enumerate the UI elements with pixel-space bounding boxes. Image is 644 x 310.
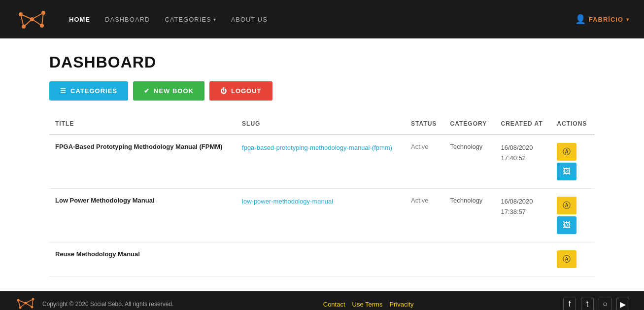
row3-created bbox=[495, 242, 551, 276]
categories-button[interactable]: ☰ CATEGORIES bbox=[49, 81, 128, 101]
footer: Copyright © 2020 Social Sebo. All rights… bbox=[0, 291, 644, 310]
edit-button-2[interactable]: Ⓐ bbox=[557, 197, 576, 214]
row1-status: Active bbox=[405, 135, 444, 189]
nav-about[interactable]: ABOUT US bbox=[231, 16, 268, 23]
footer-left: Copyright © 2020 Social Sebo. All rights… bbox=[15, 296, 173, 310]
row2-status: Active bbox=[405, 189, 444, 242]
table-row: Low Power Methodology Manual low-power-m… bbox=[49, 189, 595, 242]
user-menu[interactable]: FABRÍCIO ▾ bbox=[589, 16, 629, 23]
books-table-container: TITLE SLUG STATUS CATEGORY CREATED AT AC… bbox=[49, 115, 595, 276]
nav-categories[interactable]: CATEGORIES ▾ bbox=[165, 16, 216, 23]
navbar: HOME DASHBOARD CATEGORIES ▾ ABOUT US 👤 F… bbox=[0, 0, 644, 38]
row2-slug[interactable]: low-power-methodology-manual bbox=[236, 189, 405, 242]
books-table: TITLE SLUG STATUS CATEGORY CREATED AT AC… bbox=[49, 115, 595, 276]
logout-button[interactable]: ⏻ LOGOUT bbox=[209, 81, 272, 101]
col-category: CATEGORY bbox=[444, 115, 495, 135]
row3-category bbox=[444, 242, 495, 276]
table-row: Reuse Methodology Manual Ⓐ bbox=[49, 242, 595, 276]
row2-actions: Ⓐ 🖼 bbox=[551, 189, 595, 242]
nav-dashboard[interactable]: DASHBOARD bbox=[105, 16, 150, 23]
row1-title: FPGA-Based Prototyping Methodology Manua… bbox=[49, 135, 236, 189]
facebook-icon[interactable]: f bbox=[563, 298, 576, 310]
row2-created: 16/08/202017:38:57 bbox=[495, 189, 551, 242]
row2-title: Low Power Methodology Manual bbox=[49, 189, 236, 242]
svg-line-5 bbox=[21, 14, 32, 19]
list-icon: ☰ bbox=[60, 87, 67, 95]
image-button-1[interactable]: 🖼 bbox=[557, 163, 576, 180]
new-book-button[interactable]: ✔ NEW BOOK bbox=[133, 81, 204, 101]
row3-slug[interactable] bbox=[236, 242, 405, 276]
main-content: DASHBOARD ☰ CATEGORIES ✔ NEW BOOK ⏻ LOGO… bbox=[0, 38, 644, 291]
row3-actions: Ⓐ bbox=[551, 242, 595, 276]
chevron-down-icon: ▾ bbox=[213, 17, 216, 22]
twitter-icon[interactable]: t bbox=[581, 298, 594, 310]
svg-line-16 bbox=[18, 300, 26, 303]
footer-logo bbox=[15, 296, 36, 310]
youtube-icon[interactable]: ▶ bbox=[616, 298, 629, 310]
edit-button-3[interactable]: Ⓐ bbox=[557, 250, 576, 268]
nav-links: HOME DASHBOARD CATEGORIES ▾ ABOUT US bbox=[69, 16, 268, 23]
row2-category: Technology bbox=[444, 189, 495, 242]
row3-title: Reuse Methodology Manual bbox=[49, 242, 236, 276]
navbar-left: HOME DASHBOARD CATEGORIES ▾ ABOUT US bbox=[15, 7, 268, 32]
row3-status bbox=[405, 242, 444, 276]
table-header-row: TITLE SLUG STATUS CATEGORY CREATED AT AC… bbox=[49, 115, 595, 135]
edit-button-1[interactable]: Ⓐ bbox=[557, 143, 576, 161]
footer-social: f t ○ ▶ bbox=[563, 298, 629, 310]
svg-line-7 bbox=[32, 19, 42, 26]
svg-line-19 bbox=[20, 303, 26, 308]
navbar-right: 👤 FABRÍCIO ▾ bbox=[575, 14, 629, 25]
action-buttons: ☰ CATEGORIES ✔ NEW BOOK ⏻ LOGOUT bbox=[49, 81, 595, 101]
svg-line-21 bbox=[32, 299, 33, 307]
footer-useterms-link[interactable]: Use Terms bbox=[352, 301, 383, 308]
col-status: STATUS bbox=[405, 115, 444, 135]
row1-actions: Ⓐ 🖼 bbox=[551, 135, 595, 189]
table-row: FPGA-Based Prototyping Methodology Manua… bbox=[49, 135, 595, 189]
row1-category: Technology bbox=[444, 135, 495, 189]
svg-line-18 bbox=[26, 303, 32, 307]
footer-contact-link[interactable]: Contact bbox=[323, 301, 345, 308]
instagram-icon[interactable]: ○ bbox=[599, 298, 611, 310]
svg-line-6 bbox=[32, 13, 43, 19]
logo[interactable] bbox=[15, 7, 49, 32]
chevron-down-icon: ▾ bbox=[626, 17, 629, 22]
nav-home[interactable]: HOME bbox=[69, 16, 90, 23]
svg-line-20 bbox=[18, 300, 20, 308]
svg-line-8 bbox=[24, 19, 32, 27]
user-icon: 👤 bbox=[575, 14, 586, 25]
check-circle-icon: ✔ bbox=[144, 87, 150, 95]
col-title: TITLE bbox=[49, 115, 236, 135]
image-button-2[interactable]: 🖼 bbox=[557, 216, 576, 234]
svg-line-10 bbox=[42, 13, 43, 26]
footer-privacity-link[interactable]: Privacity bbox=[389, 301, 413, 308]
page-title: DASHBOARD bbox=[49, 53, 595, 71]
row1-slug[interactable]: fpga-based-prototyping-methodology-manua… bbox=[236, 135, 405, 189]
svg-line-17 bbox=[26, 299, 33, 303]
col-created: CREATED AT bbox=[495, 115, 551, 135]
power-icon: ⏻ bbox=[220, 87, 227, 95]
col-actions: ACTIONS bbox=[551, 115, 595, 135]
footer-copyright: Copyright © 2020 Social Sebo. All rights… bbox=[42, 301, 173, 308]
footer-links: Contact Use Terms Privacity bbox=[323, 301, 414, 308]
svg-line-9 bbox=[21, 14, 24, 27]
col-slug: SLUG bbox=[236, 115, 405, 135]
row1-created: 16/08/202017:40:52 bbox=[495, 135, 551, 189]
